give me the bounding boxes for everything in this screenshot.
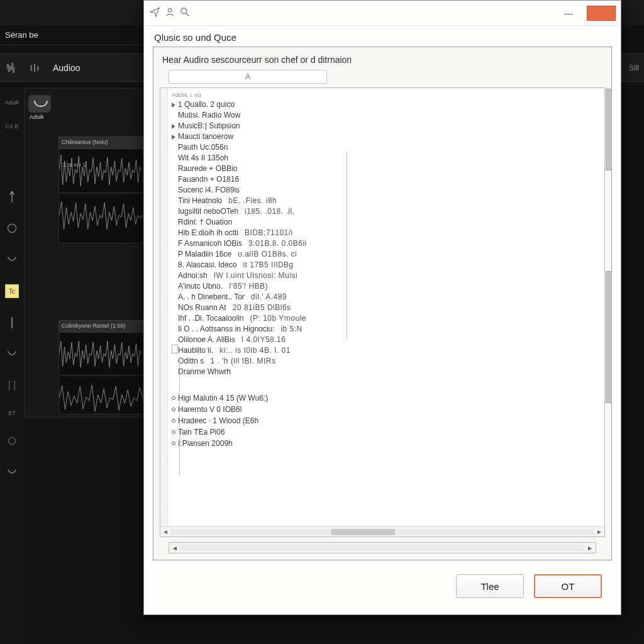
list-item[interactable]: Adnoi:shIW I.uint Uisnosi: Muisi	[172, 270, 602, 281]
list-item[interactable]: Rdini: † Ouation	[172, 217, 602, 228]
hscroll-thumb[interactable]	[331, 529, 395, 535]
pointer2-icon[interactable]	[5, 316, 19, 330]
dialog-titlebar[interactable]: —	[144, 1, 621, 26]
track-thumb-icon[interactable]	[28, 95, 51, 113]
list-item[interactable]: 8. Alascasi. Idecoit 17B5 IIlDBg	[172, 260, 602, 270]
rail-label-ca: CA B	[6, 123, 19, 130]
minimize-button[interactable]: —	[554, 6, 583, 21]
list-item[interactable]: Higi Malutin 4 15 (W Wu6:)	[172, 392, 602, 404]
item-key: Higi Malutin 4 15 (W Wu6:)	[178, 393, 268, 404]
item-key: Ihf . .Di. Tocaaloolin	[178, 313, 244, 324]
wave-canvas-2b[interactable]	[58, 377, 143, 414]
close-button[interactable]	[587, 6, 616, 21]
dialog-vscroll[interactable]	[604, 89, 613, 523]
list-item[interactable]: Raurede + OBBio	[172, 164, 602, 174]
svg-point-6	[181, 8, 187, 13]
cup-icon[interactable]	[5, 253, 19, 267]
list-item[interactable]: Ihf . .Di. Tocaaloolin(P: 10b Ymoule	[172, 313, 602, 324]
list-item[interactable]: Iugsiltit neboOTehi185. .018. .il,	[172, 206, 602, 217]
marker-icon	[172, 253, 175, 257]
dot-blue-icon	[172, 419, 175, 423]
vscroll-thumb-top[interactable]	[606, 89, 612, 170]
marker-icon	[172, 338, 175, 342]
list-item[interactable]: Odittn s1 . 'h (ill IBI. MIRs	[172, 356, 602, 367]
item-key: Maucti tanoerow	[178, 131, 233, 142]
item-value: 3:01B.8. 0.0B6ii	[248, 238, 307, 249]
panel-hscroll-track[interactable]	[180, 545, 584, 551]
search-icon	[179, 6, 191, 20]
list-item[interactable]: Pauth Uc:056n	[172, 142, 602, 153]
line-icon[interactable]	[5, 379, 19, 392]
scroll-left-icon[interactable]: ◄	[160, 528, 170, 536]
list-item[interactable]: Maucti tanoerow	[172, 131, 602, 142]
item-value: I'85'! HBB)	[229, 281, 268, 292]
panel-scroll-left-icon[interactable]: ◄	[169, 545, 180, 552]
panel-hscroll[interactable]: ◄ ►	[169, 542, 596, 553]
list-item[interactable]: Ii O . . Aottsanss in Hignociu:ib 5:N	[172, 324, 602, 335]
list-item[interactable]: A, . h Dinebent.. Tordil.' A.489	[172, 292, 602, 303]
cancel-button[interactable]: Tlee	[456, 574, 524, 598]
marker-icon	[172, 274, 175, 278]
circle2-icon[interactable]	[5, 434, 19, 448]
pointer-icon[interactable]	[5, 190, 19, 204]
vscroll-thumb-bottom[interactable]	[606, 271, 612, 403]
list-item[interactable]: Fauandn + O1816	[172, 174, 602, 185]
item-key: Raurede + OBBio	[178, 164, 237, 174]
marker-icon	[172, 317, 175, 321]
list-item[interactable]: Hradeec · 1 Wiood (E6h	[172, 415, 602, 426]
wave-canvas-1b[interactable]	[58, 194, 143, 243]
wave-group-2b	[58, 377, 143, 414]
list-item[interactable]: Mutisi. Radio Wow	[172, 110, 602, 121]
cup2-icon[interactable]	[5, 347, 19, 361]
list-item[interactable]: Harernto V 0 IOB6l	[172, 404, 602, 415]
list-item[interactable]: Hib E:dioih ih octtiBIDB;71101/i	[172, 228, 602, 238]
svg-point-4	[9, 438, 16, 445]
list-item[interactable]: Haublito ii.ki:.. is I0ib 4B. I. 01	[172, 345, 602, 356]
list-item[interactable]: Olilonoe A. AllBisI 4.0IY58.16	[172, 335, 602, 345]
cup3-icon[interactable]	[5, 465, 19, 479]
item-value: IW I.uint Uisnosi: Muisi	[214, 270, 297, 281]
filter-input[interactable]	[169, 70, 327, 84]
marker-icon	[172, 114, 175, 118]
item-value: ki:.. is I0ib 4B. I. 01	[219, 345, 291, 356]
toolbar-audio-label: Audioo	[53, 63, 80, 73]
wave-group-2: Colinikyone-Rantel (1:00)	[58, 320, 143, 375]
list-item[interactable]: 1 Quallo. 2 quico	[172, 99, 602, 110]
status-group: Higi Malutin 4 15 (W Wu6:)Harernto V 0 I…	[172, 392, 602, 449]
sound-source-dialog: — Qlusic so und Quce Hear Audiro sescour…	[143, 0, 621, 615]
list-item[interactable]: Tain TEa Pi06	[172, 426, 602, 438]
expand-box-icon[interactable]	[172, 345, 178, 353]
dialog-subheading: Hear Audiro sescourceurr son chef or d d…	[160, 52, 605, 70]
item-value: 20 81iB5 DlBl6s	[233, 303, 291, 313]
list-item[interactable]: NOs Ruann At20 81iB5 DlBl6s	[172, 303, 602, 313]
item-value: i185. .018. .il,	[245, 206, 294, 217]
wave-canvas-2a[interactable]	[58, 333, 143, 375]
list-item[interactable]: I:Piansen 2009h	[172, 438, 602, 449]
list-hscroll[interactable]: ◄ ►	[160, 526, 604, 536]
list-item[interactable]: Tini HeatnolobE. .Fies. i8h	[172, 196, 602, 206]
source-list: Adcist. i. eo 1 Quallo. 2 quicoMutisi. R…	[160, 87, 605, 537]
list-item[interactable]: A'inutc Ubno.I'85'! HBB)	[172, 281, 602, 292]
list-body[interactable]: Adcist. i. eo 1 Quallo. 2 quicoMutisi. R…	[168, 88, 604, 536]
item-key: A'inutc Ubno.	[178, 281, 223, 292]
item-key: MusicB:| Sutipsion	[178, 121, 240, 131]
item-key: Ii O . . Aottsanss in Hignociu:	[178, 324, 274, 335]
item-key: Wit 4s II 135oh	[178, 153, 228, 164]
panel-scroll-right-icon[interactable]: ►	[584, 545, 596, 552]
arrow-icon	[172, 135, 175, 140]
wave-group-1b	[58, 194, 143, 243]
list-item[interactable]: P Maladiin 16ceo.alIB O1B8s. ci	[172, 249, 602, 260]
list-item[interactable]: MusicB:| Sutipsion	[172, 121, 602, 131]
scroll-right-icon[interactable]: ►	[594, 528, 604, 536]
list-item[interactable]: Wit 4s II 135oh	[172, 153, 602, 164]
marker-icon	[172, 306, 175, 310]
ok-button[interactable]: OT	[534, 574, 602, 598]
marker-icon	[172, 360, 175, 364]
list-item[interactable]: Dranrne Whwrh	[172, 367, 602, 377]
list-item[interactable]: F Asmanicoh IOBis3:01B.8. 0.0B6ii	[172, 238, 602, 249]
list-item[interactable]: Sucenc i4. FO89is	[172, 185, 602, 196]
hscroll-track[interactable]	[170, 529, 594, 535]
tc-icon[interactable]: Tc	[5, 284, 19, 298]
wave-header-2[interactable]: Colinikyone-Rantel (1:00)	[58, 320, 143, 333]
circle-icon[interactable]	[5, 221, 19, 235]
